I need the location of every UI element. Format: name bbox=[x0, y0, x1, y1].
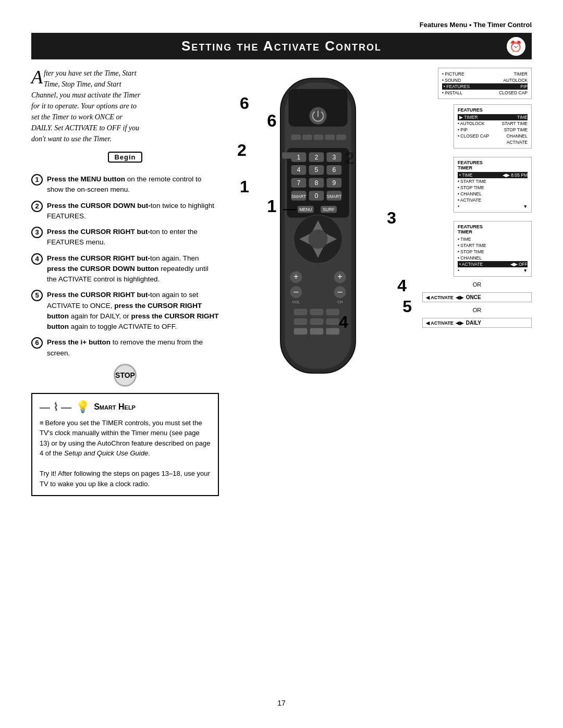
page-title-bar: Setting the Activate Control ⏰ bbox=[31, 33, 532, 59]
panel-row: • START TIME bbox=[458, 178, 528, 184]
svg-rect-58 bbox=[310, 309, 324, 315]
panel-row: ACTIVATE bbox=[458, 139, 528, 145]
smart-help-box: — ⌇ — 💡 Smart Help ≡Before you set the T… bbox=[31, 393, 219, 497]
callout-6: 6 bbox=[240, 94, 249, 113]
panel-row: • CHANNEL bbox=[458, 191, 528, 197]
stop-badge: STOP bbox=[31, 364, 219, 387]
panel-row-features-highlight: • FEATURESPIP bbox=[442, 83, 528, 90]
svg-text:2: 2 bbox=[345, 149, 354, 168]
panel-3-sub: TIMER bbox=[458, 165, 528, 170]
svg-rect-62 bbox=[326, 318, 339, 325]
svg-text:VOL: VOL bbox=[292, 300, 300, 304]
step-4-text: Press the CURSOR RIGHT but-ton again. Th… bbox=[47, 253, 219, 285]
dash-line: — ⌇ — bbox=[40, 401, 71, 413]
svg-text:+: + bbox=[293, 272, 299, 281]
page-number: 17 bbox=[0, 699, 563, 707]
panel-row: • START TIME bbox=[458, 242, 528, 249]
svg-rect-64 bbox=[310, 328, 324, 335]
activate-daily-row: ◀ ACTIVATE ◀▶ DAILY bbox=[422, 318, 532, 328]
svg-rect-61 bbox=[310, 318, 324, 325]
smart-help-timer: ≡Before you set the TIMER controls, you … bbox=[40, 419, 210, 458]
step-6-num: 6 bbox=[31, 337, 43, 349]
svg-text:5: 5 bbox=[314, 166, 318, 174]
panel-row: • CHANNEL bbox=[458, 255, 528, 261]
svg-text:8: 8 bbox=[314, 179, 318, 187]
begin-badge: Begin bbox=[108, 152, 142, 163]
svg-text:SMART: SMART bbox=[327, 194, 342, 199]
panel-row: • AUTOLOCKSTART TIME bbox=[458, 120, 528, 127]
svg-rect-65 bbox=[326, 328, 339, 335]
svg-text:0: 0 bbox=[314, 192, 318, 200]
panel-3-title: FEATURES bbox=[458, 160, 528, 165]
svg-text:–: – bbox=[293, 287, 299, 296]
panel-row: • INSTALLCLOSED CAP bbox=[442, 90, 528, 96]
panel-1: • PICTURETIMER • SOUNDAUTOLOCK • FEATURE… bbox=[438, 68, 532, 99]
step-1-num: 1 bbox=[31, 174, 43, 186]
panel-row-timer-highlight: ▶ TIMERTIME bbox=[458, 114, 528, 120]
step-3-num: 3 bbox=[31, 227, 43, 238]
svg-point-46 bbox=[308, 229, 327, 249]
panel-row: • TIME bbox=[458, 236, 528, 242]
svg-text:CH: CH bbox=[337, 300, 342, 304]
svg-text:9: 9 bbox=[332, 179, 336, 187]
remote-container: 1 2 3 4 5 6 7 8 bbox=[235, 73, 401, 448]
panel-3: FEATURES TIMER • TIME◀▶ 8:05 PM • START … bbox=[454, 157, 532, 213]
left-column: After you have set the Time, StartTime, … bbox=[31, 68, 219, 496]
intro-text: After you have set the Time, StartTime, … bbox=[31, 68, 219, 144]
activate-once-row: ◀ ACTIVATE ◀▶ ONCE bbox=[422, 292, 532, 302]
smart-help-title: — ⌇ — 💡 Smart Help bbox=[40, 400, 211, 414]
panel-row: • ACTIVATE bbox=[458, 197, 528, 203]
callout-5: 5 bbox=[402, 297, 412, 316]
svg-text:4: 4 bbox=[297, 166, 301, 174]
svg-rect-9 bbox=[325, 134, 335, 140]
panel-row: • CLOSED CAPCHANNEL bbox=[458, 133, 528, 139]
step-5: 5 Press the CURSOR RIGHT but-ton again t… bbox=[31, 290, 219, 332]
screen-panels: • PICTURETIMER • SOUNDAUTOLOCK • FEATURE… bbox=[422, 68, 532, 328]
step-6: 6 Press the i+ button to remove the menu… bbox=[31, 337, 219, 359]
panel-row: • STOP TIME bbox=[458, 184, 528, 191]
panel-row: • STOP TIME bbox=[458, 249, 528, 255]
callout-1: 1 bbox=[240, 177, 249, 196]
panel-row: • SOUNDAUTOLOCK bbox=[442, 77, 528, 83]
step-3: 3 Press the CURSOR RIGHT but-ton to ente… bbox=[31, 227, 219, 248]
callout-2: 2 bbox=[237, 141, 247, 160]
svg-text:2: 2 bbox=[314, 154, 318, 161]
svg-text:+: + bbox=[337, 272, 342, 281]
svg-text:–: – bbox=[338, 287, 343, 296]
svg-text:3: 3 bbox=[332, 154, 336, 161]
panel-row: •▼ bbox=[458, 203, 528, 209]
intro-body: fter you have set the Time, StartTime, S… bbox=[31, 69, 140, 143]
step-2-text: Press the CURSOR DOWN but-ton twice to h… bbox=[47, 201, 219, 222]
step-4: 4 Press the CURSOR RIGHT but-ton again. … bbox=[31, 253, 219, 285]
svg-rect-7 bbox=[302, 134, 312, 140]
right-column: • PICTURETIMER • SOUNDAUTOLOCK • FEATURE… bbox=[229, 68, 532, 496]
panel-2: FEATURES ▶ TIMERTIME • AUTOLOCKSTART TIM… bbox=[454, 104, 532, 149]
svg-rect-8 bbox=[314, 134, 324, 140]
svg-text:6: 6 bbox=[267, 111, 276, 130]
svg-text:SURF: SURF bbox=[323, 207, 334, 212]
panel-row: •▼ bbox=[458, 267, 528, 274]
callout-4: 4 bbox=[397, 276, 407, 295]
bulb-icon: 💡 bbox=[76, 400, 90, 414]
svg-text:1: 1 bbox=[297, 154, 301, 161]
svg-rect-6 bbox=[291, 134, 301, 140]
page-title: Setting the Activate Control bbox=[181, 38, 382, 54]
panel-row-time-highlight: • TIME◀▶ 8:05 PM bbox=[458, 172, 528, 178]
callout-4b: 4 bbox=[339, 313, 348, 332]
svg-text:6: 6 bbox=[332, 166, 336, 174]
step-1: 1 Press the MENU button on the remote co… bbox=[31, 174, 219, 195]
panel-row: • PICTURETIMER bbox=[442, 71, 528, 77]
step-5-text: Press the CURSOR RIGHT but-ton again to … bbox=[47, 290, 219, 332]
main-content: After you have set the Time, StartTime, … bbox=[31, 68, 532, 496]
step-5-num: 5 bbox=[31, 290, 43, 301]
or-label-2: OR bbox=[422, 307, 532, 313]
panel-4: FEATURES TIMER • TIME • START TIME • STO… bbox=[454, 221, 532, 277]
svg-text:1: 1 bbox=[267, 196, 276, 216]
breadcrumb: Features Menu • The Timer Control bbox=[31, 21, 532, 29]
drop-cap: A bbox=[31, 68, 43, 87]
or-label-1: OR bbox=[422, 281, 532, 288]
panel-2-title: FEATURES bbox=[458, 107, 528, 113]
svg-text:SMART: SMART bbox=[291, 194, 307, 199]
callout-3: 3 bbox=[387, 208, 396, 228]
step-2: 2 Press the CURSOR DOWN but-ton twice to… bbox=[31, 201, 219, 222]
